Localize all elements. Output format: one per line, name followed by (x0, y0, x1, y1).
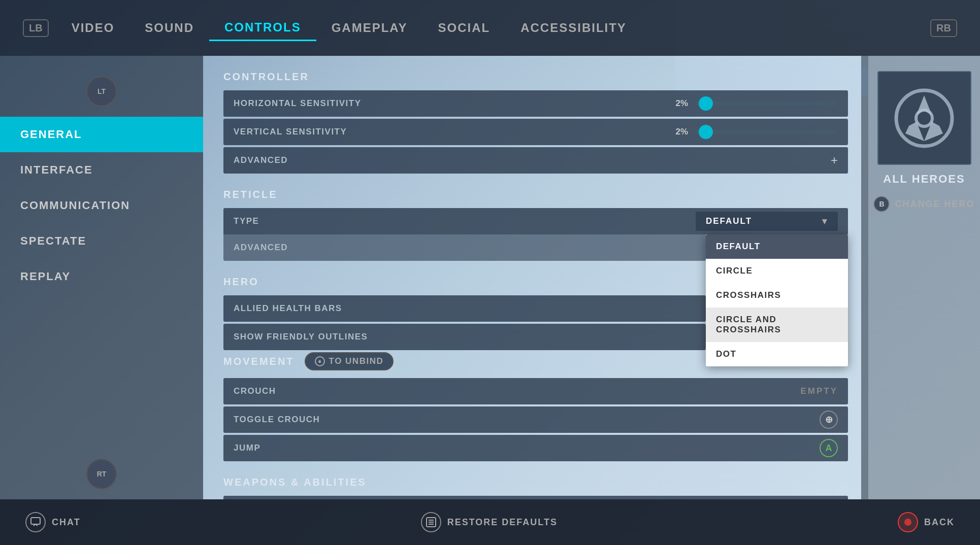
weapons-abilities-section-title: WEAPONS & ABILITIES (223, 476, 848, 488)
controller-advanced-row[interactable]: ADVANCED + (223, 147, 848, 174)
reticle-type-row: TYPE DEFAULT ▾ (223, 208, 848, 234)
chat-icon (25, 512, 46, 532)
all-heroes-label: ALL HEROES (883, 173, 965, 186)
toggle-crouch-btn-icon: ⊕ (820, 411, 838, 429)
scrollbar-thumb[interactable] (861, 66, 868, 96)
movement-section-title: MOVEMENT (223, 356, 295, 367)
vertical-sensitivity-thumb[interactable] (699, 125, 713, 139)
horizontal-sensitivity-row: HORIZONTAL SENSITIVITY 2% (223, 90, 848, 117)
sidebar-items: GENERAL INTERFACE COMMUNICATION SPECTATE… (0, 117, 203, 294)
bottom-bar: CHAT RESTORE DEFAULTS BACK (0, 499, 980, 545)
jump-a-btn-icon: A (820, 439, 838, 457)
dropdown-item-crosshairs[interactable]: CROSSHAIRS (706, 283, 848, 308)
reticle-type-dropdown[interactable]: DEFAULT ▾ (696, 212, 838, 231)
jump-row: JUMP A (223, 435, 848, 461)
scrollbar[interactable] (861, 56, 868, 499)
jump-binding[interactable]: A (820, 439, 838, 457)
sidebar-item-communication[interactable]: COMMUNICATION (0, 188, 203, 223)
svg-point-7 (904, 519, 911, 526)
vertical-sensitivity-label: VERTICAL SENSITIVITY (234, 127, 675, 137)
restore-defaults-action[interactable]: RESTORE DEFAULTS (421, 512, 558, 532)
allied-health-bars-label: ALLIED HEALTH BARS (234, 303, 696, 314)
svg-rect-2 (31, 518, 40, 524)
reticle-selected-value: DEFAULT (706, 216, 752, 226)
reticle-section-title: RETICLE (223, 189, 848, 200)
left-bumper[interactable]: LB (23, 19, 49, 37)
right-panel: ALL HEROES B CHANGE HERO (868, 56, 980, 499)
rt-bumper: RT (86, 459, 117, 489)
sidebar: LT GENERAL INTERFACE COMMUNICATION SPECT… (0, 56, 203, 499)
hero-card (877, 71, 971, 165)
restore-defaults-label: RESTORE DEFAULTS (447, 517, 558, 528)
horizontal-sensitivity-slider[interactable] (696, 101, 838, 106)
back-icon (898, 512, 918, 532)
back-label: BACK (924, 517, 955, 528)
toggle-crouch-binding[interactable]: ⊕ (820, 411, 838, 429)
horizontal-sensitivity-thumb[interactable] (699, 96, 713, 111)
crouch-row: CROUCH EMPTY (223, 378, 848, 404)
to-unbind-badge[interactable]: ● TO UNBIND (305, 352, 394, 370)
change-hero-text: CHANGE HERO (895, 199, 974, 210)
top-nav: LB VIDEO SOUND CONTROLS GAMEPLAY SOCIAL … (0, 0, 980, 56)
dropdown-item-circle-crosshairs[interactable]: CIRCLE AND CROSSHAIRS (706, 308, 848, 342)
tab-accessibility[interactable]: ACCESSIBILITY (505, 16, 642, 40)
controller-advanced-expand-icon: + (831, 153, 838, 167)
restore-defaults-icon (421, 512, 441, 532)
toggle-crouch-label: TOGGLE CROUCH (234, 415, 820, 425)
vertical-sensitivity-value: 2% (675, 127, 688, 137)
movement-header: MOVEMENT ● TO UNBIND (223, 352, 706, 370)
controller-advanced-label: ADVANCED (234, 155, 831, 165)
tab-sound[interactable]: SOUND (129, 16, 209, 40)
dropdown-item-circle[interactable]: CIRCLE (706, 259, 848, 283)
sidebar-item-spectate[interactable]: SPECTATE (0, 223, 203, 259)
tab-controls[interactable]: CONTROLS (209, 15, 316, 41)
ability1-row: ABILITY 1 LB (223, 496, 848, 499)
lt-bumper: LT (86, 76, 117, 107)
reticle-type-label: TYPE (234, 216, 696, 226)
tab-gameplay[interactable]: GAMEPLAY (316, 16, 423, 40)
chat-action[interactable]: CHAT (25, 512, 81, 532)
crouch-empty-label: EMPTY (800, 386, 838, 396)
chat-label: CHAT (52, 517, 81, 528)
vertical-sensitivity-row: VERTICAL SENSITIVITY 2% (223, 119, 848, 145)
dropdown-item-default[interactable]: DEFAULT (706, 234, 848, 259)
crouch-label: CROUCH (234, 386, 800, 396)
change-hero-btn-icon: B (873, 196, 890, 212)
vertical-sensitivity-slider[interactable] (696, 130, 838, 134)
svg-point-1 (916, 110, 932, 126)
show-friendly-outlines-label: SHOW FRIENDLY OUTLINES (234, 332, 696, 342)
change-hero-row[interactable]: B CHANGE HERO (873, 196, 974, 212)
back-action[interactable]: BACK (898, 512, 955, 532)
unbind-dot: ● (318, 358, 321, 365)
sidebar-item-interface[interactable]: INTERFACE (0, 152, 203, 188)
tab-video[interactable]: VIDEO (56, 16, 130, 40)
main-content: CONTROLLER HORIZONTAL SENSITIVITY 2% VER… (203, 56, 868, 499)
sidebar-item-general[interactable]: GENERAL (0, 117, 203, 152)
overwatch-logo (891, 85, 957, 151)
to-unbind-text: TO UNBIND (329, 356, 384, 366)
controller-section-title: CONTROLLER (223, 71, 848, 83)
horizontal-sensitivity-label: HORIZONTAL SENSITIVITY (234, 98, 675, 109)
reticle-advanced-label: ADVANCED (234, 243, 696, 253)
jump-label: JUMP (234, 443, 820, 453)
crouch-binding[interactable]: EMPTY (800, 386, 838, 396)
allied-health-bars-row: ALLIED HEALTH BARS (223, 295, 706, 322)
reticle-advanced-row[interactable]: ADVANCED (223, 234, 706, 261)
sidebar-item-replay[interactable]: REPLAY (0, 259, 203, 294)
toggle-crouch-row: TOGGLE CROUCH ⊕ (223, 406, 848, 433)
dropdown-arrow-icon: ▾ (822, 216, 828, 227)
right-bumper[interactable]: RB (930, 19, 957, 37)
unbind-circle-icon: ● (315, 356, 325, 366)
reticle-dropdown-menu: DEFAULT CIRCLE CROSSHAIRS CIRCLE AND CRO… (706, 234, 848, 366)
tab-social[interactable]: SOCIAL (423, 16, 506, 40)
horizontal-sensitivity-value: 2% (675, 98, 688, 109)
show-friendly-outlines-row: SHOW FRIENDLY OUTLINES (223, 324, 706, 350)
dropdown-item-dot[interactable]: DOT (706, 342, 848, 366)
